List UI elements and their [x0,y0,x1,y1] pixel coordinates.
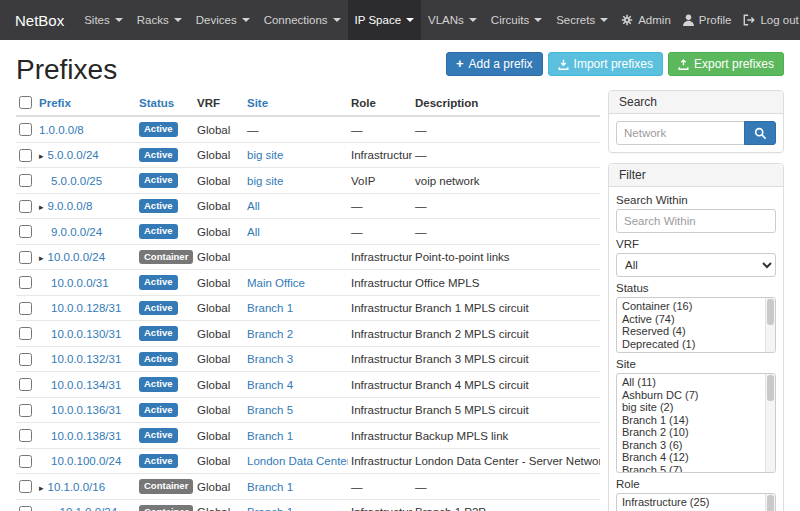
nav-item-sites[interactable]: Sites [77,0,130,40]
prefix-link[interactable]: 5.0.0.0/25 [51,175,102,187]
prefix-link[interactable]: 10.0.0.0/24 [48,251,106,263]
filter-option-container-16[interactable]: Container (16) [617,300,763,313]
scrollbar[interactable] [765,298,775,352]
row-checkbox[interactable] [19,251,32,264]
role-cell: — [348,193,412,219]
filter-option-deprecated-1[interactable]: Deprecated (1) [617,338,763,351]
filter-option-branch-3-6[interactable]: Branch 3 (6) [617,439,763,452]
site-link[interactable]: Branch 1 [247,506,293,511]
search-input[interactable] [616,121,745,145]
status-multiselect[interactable]: Container (16)Active (74)Reserved (4)Dep… [616,297,776,353]
site-link[interactable]: London Data Center [247,455,348,467]
prefix-link[interactable]: 9.0.0.0/8 [48,200,93,212]
filter-option-infrastructure-25[interactable]: Infrastructure (25) [617,496,763,509]
site-link[interactable]: Branch 1 [247,302,293,314]
prefix-link[interactable]: 9.0.0.0/24 [51,226,102,238]
row-checkbox[interactable] [19,378,32,391]
row-checkbox[interactable] [19,174,32,187]
site-link[interactable]: All [247,226,260,238]
status-cell: Active [136,397,194,423]
site-cell: Branch 3 [244,346,348,372]
navbar-admin[interactable]: Admin [615,0,677,40]
nav-item-ip-space[interactable]: IP Space [348,0,421,40]
site-link[interactable]: Branch 1 [247,430,293,442]
site-link[interactable]: Branch 4 [247,379,293,391]
navbar-brand[interactable]: NetBox [0,0,77,40]
prefix-link[interactable]: 10.0.0.136/31 [51,404,121,416]
prefix-link[interactable]: 10.1.0.0/16 [48,481,106,493]
prefix-link[interactable]: 10.0.0.128/31 [51,302,121,314]
expand-icon[interactable]: ▸ [39,253,44,263]
navbar-log-out[interactable]: Log out [737,0,800,40]
row-checkbox[interactable] [19,200,32,213]
column-header-site[interactable]: Site [244,90,348,116]
filter-option-all-11[interactable]: All (11) [617,376,763,389]
nav-item-circuits[interactable]: Circuits [484,0,549,40]
scrollbar[interactable] [765,374,775,472]
prefix-link[interactable]: 10.0.0.138/31 [51,430,121,442]
prefix-link[interactable]: 10.1.0.0/24 [60,506,118,511]
prefix-link[interactable]: 1.0.0.0/8 [39,124,84,136]
export-prefixes-button[interactable]: Export prefixes [668,52,784,76]
filter-option-active-74[interactable]: Active (74) [617,313,763,326]
row-checkbox[interactable] [19,353,32,366]
column-header-prefix[interactable]: Prefix [36,90,136,116]
filter-option-reserved-4[interactable]: Reserved (4) [617,325,763,338]
row-checkbox[interactable] [19,455,32,468]
prefix-link[interactable]: 5.0.0.0/24 [48,149,99,161]
filter-option-branch-5-7[interactable]: Branch 5 (7) [617,464,763,474]
row-checkbox[interactable] [19,149,32,162]
role-multiselect[interactable]: Infrastructure (25)Management (8)Private… [616,493,776,511]
row-checkbox[interactable] [19,480,32,493]
row-checkbox[interactable] [19,327,32,340]
site-link[interactable]: Branch 1 [247,481,293,493]
site-link[interactable]: big site [247,149,283,161]
column-header-status[interactable]: Status [136,90,194,116]
row-checkbox[interactable] [19,429,32,442]
expand-icon[interactable]: ▸ [39,202,44,212]
scrollbar-thumb[interactable] [767,299,774,325]
expand-icon[interactable]: ▸ [39,483,44,493]
site-link[interactable]: Main Office [247,277,305,289]
site-link[interactable]: Branch 5 [247,404,293,416]
prefix-link[interactable]: 10.0.100.0/24 [51,455,121,467]
row-checkbox[interactable] [19,123,32,136]
row-checkbox[interactable] [19,225,32,238]
prefix-cell: ▸10.1.0.0/16 [36,474,136,500]
nav-item-vlans[interactable]: VLANs [421,0,484,40]
expand-icon[interactable]: ▸ [39,151,44,161]
add-a-prefix-button[interactable]: +Add a prefix [446,52,543,76]
prefix-link[interactable]: 10.0.0.0/31 [51,277,109,289]
search-button[interactable] [744,121,776,145]
site-link[interactable]: big site [247,175,283,187]
filter-option-big-site-2[interactable]: big site (2) [617,401,763,414]
filter-option-branch-1-14[interactable]: Branch 1 (14) [617,414,763,427]
nav-item-connections[interactable]: Connections [257,0,348,40]
site-link[interactable]: Branch 3 [247,353,293,365]
site-multiselect[interactable]: All (11)Ashburn DC (7)big site (2)Branch… [616,373,776,473]
import-prefixes-button[interactable]: Import prefixes [548,52,663,76]
filter-option-branch-4-12[interactable]: Branch 4 (12) [617,451,763,464]
row-checkbox[interactable] [19,302,32,315]
scrollbar[interactable] [765,494,775,511]
row-checkbox[interactable] [19,404,32,417]
vrf-select[interactable]: All [616,253,776,277]
filter-option-branch-2-10[interactable]: Branch 2 (10) [617,426,763,439]
navbar-profile[interactable]: Profile [677,0,738,40]
select-all-checkbox[interactable] [19,96,32,109]
nav-item-devices[interactable]: Devices [189,0,257,40]
nav-item-secrets[interactable]: Secrets [549,0,615,40]
scrollbar-thumb[interactable] [767,495,774,511]
prefix-link[interactable]: 10.0.0.134/31 [51,379,121,391]
site-link[interactable]: All [247,200,260,212]
prefix-link[interactable]: 10.0.0.132/31 [51,353,121,365]
scrollbar-thumb[interactable] [767,375,774,401]
nav-item-racks[interactable]: Racks [130,0,189,40]
description-cell: Point-to-point links [412,244,600,270]
row-checkbox[interactable] [19,276,32,289]
row-checkbox[interactable] [19,506,32,511]
prefix-link[interactable]: 10.0.0.130/31 [51,328,121,340]
search-within-input[interactable] [616,209,776,233]
site-link[interactable]: Branch 2 [247,328,293,340]
filter-option-ashburn-dc-7[interactable]: Ashburn DC (7) [617,389,763,402]
